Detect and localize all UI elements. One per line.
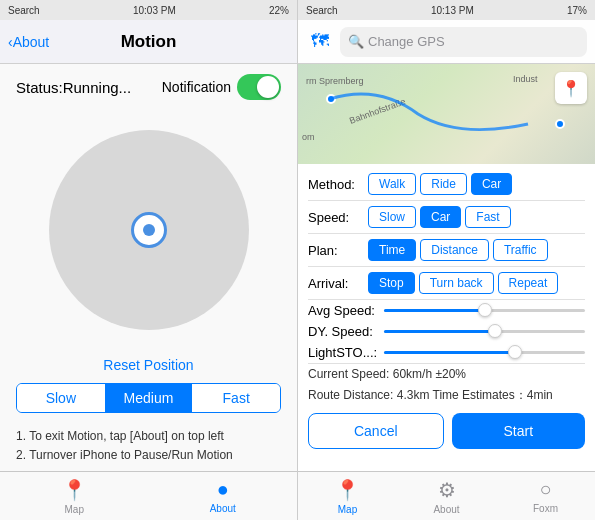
back-label: About — [13, 34, 50, 50]
joystick-area — [0, 110, 297, 351]
map-label-bahnhof: Bahnhofstraße — [348, 96, 407, 126]
tab-foxm-right[interactable]: ○ Foxm — [496, 472, 595, 520]
back-button[interactable]: ‹ About — [8, 34, 49, 50]
lightsto-fill — [384, 351, 515, 354]
arrival-turnback-button[interactable]: Turn back — [419, 272, 494, 294]
current-speed-row: Current Speed: 60km/h ±20% — [298, 364, 595, 384]
foxm-tab-right-icon: ○ — [539, 478, 551, 501]
route-distance-row: Route Distance: 4.3km Time Estimates：4mi… — [298, 384, 595, 407]
instructions: 1. To exit Motion, tap [About] on top le… — [0, 421, 297, 471]
map-nav-icon[interactable]: 🗺 — [306, 28, 334, 56]
nav-bar-left: ‹ About Motion — [0, 20, 297, 64]
joystick-dot — [143, 224, 155, 236]
status-bar-right: Search 10:13 PM 17% — [298, 0, 595, 20]
carrier-left: Search — [8, 5, 40, 16]
tab-map-left[interactable]: 📍 Map — [0, 472, 149, 520]
method-car-button[interactable]: Car — [471, 173, 512, 195]
about-tab-icon: ● — [217, 478, 229, 501]
instruction-2: 2. Turnover iPhone to Pause/Run Motion — [16, 446, 281, 465]
foxm-tab-right-label: Foxm — [533, 503, 558, 514]
speed-slow-right-button[interactable]: Slow — [368, 206, 416, 228]
left-panel: Search 10:03 PM 22% ‹ About Motion Statu… — [0, 0, 298, 520]
about-tab-right-label: About — [433, 504, 459, 515]
plan-label: Plan: — [308, 243, 368, 258]
speed-label: Speed: — [308, 210, 368, 225]
location-icon: 📍 — [561, 79, 581, 98]
map-label-om: om — [302, 132, 315, 142]
joystick-inner[interactable] — [131, 212, 167, 248]
dyspeed-thumb[interactable] — [488, 324, 502, 338]
speed-medium-button[interactable]: Medium — [105, 384, 193, 412]
arrival-stop-button[interactable]: Stop — [368, 272, 415, 294]
avgspeed-track — [384, 309, 585, 312]
plan-btn-group: Time Distance Traffic — [368, 239, 548, 261]
arrival-repeat-button[interactable]: Repeat — [498, 272, 559, 294]
gps-search-placeholder: Change GPS — [368, 34, 445, 49]
lightsto-track — [384, 351, 585, 354]
plan-time-button[interactable]: Time — [368, 239, 416, 261]
time-estimates-text: Time Estimates：4min — [433, 388, 553, 402]
speed-fast-right-button[interactable]: Fast — [465, 206, 510, 228]
speed-fast-button[interactable]: Fast — [192, 384, 280, 412]
map-tab-label: Map — [65, 504, 84, 515]
avgspeed-thumb[interactable] — [478, 303, 492, 317]
reset-position-button[interactable]: Reset Position — [0, 351, 297, 379]
avgspeed-row: Avg Speed: — [298, 300, 595, 321]
notification-row: Notification — [162, 74, 281, 100]
speed-slow-button[interactable]: Slow — [17, 384, 105, 412]
speed-button-group: Slow Medium Fast — [16, 383, 281, 413]
map-background[interactable]: rm Spremberg Bahnhofstraße Indust om 📍 — [298, 64, 595, 164]
tab-bar-left: 📍 Map ● About — [0, 471, 297, 520]
method-btn-group: Walk Ride Car — [368, 173, 512, 195]
nav-title: Motion — [121, 32, 177, 52]
joystick-circle[interactable] — [49, 130, 249, 330]
battery-right: 17% — [567, 5, 587, 16]
arrival-btn-group: Stop Turn back Repeat — [368, 272, 558, 294]
avgspeed-fill — [384, 309, 485, 312]
notification-label: Notification — [162, 79, 231, 95]
notification-toggle[interactable] — [237, 74, 281, 100]
tab-about-left[interactable]: ● About — [149, 472, 298, 520]
lightsto-thumb[interactable] — [508, 345, 522, 359]
instruction-1: 1. To exit Motion, tap [About] on top le… — [16, 427, 281, 446]
method-ride-button[interactable]: Ride — [420, 173, 467, 195]
map-label-spremberg: rm Spremberg — [306, 76, 364, 86]
tab-map-right[interactable]: 📍 Map — [298, 472, 397, 520]
status-text: Status:Running... — [16, 79, 131, 96]
lightsto-label: LightSTO...: — [308, 345, 378, 360]
search-icon: 🔍 — [348, 34, 364, 49]
right-panel: Search 10:13 PM 17% 🗺 🔍 Change GPS rm Sp… — [298, 0, 595, 520]
start-button[interactable]: Start — [452, 413, 586, 449]
plan-row: Plan: Time Distance Traffic — [298, 234, 595, 266]
avgspeed-label: Avg Speed: — [308, 303, 378, 318]
gps-search-bar[interactable]: 🔍 Change GPS — [340, 27, 587, 57]
dyspeed-row: DY. Speed: — [298, 321, 595, 342]
route-distance-text: Route Distance: 4.3km — [308, 388, 429, 402]
action-buttons: Cancel Start — [298, 407, 595, 455]
carrier-right: Search — [306, 5, 338, 16]
battery-left: 22% — [269, 5, 289, 16]
status-bar-left: Search 10:03 PM 22% — [0, 0, 297, 20]
method-row: Method: Walk Ride Car — [298, 168, 595, 200]
time-right: 10:13 PM — [431, 5, 474, 16]
plan-distance-button[interactable]: Distance — [420, 239, 489, 261]
speed-row: Speed: Slow Car Fast — [298, 201, 595, 233]
settings-panel: Method: Walk Ride Car Speed: Slow Car Fa… — [298, 164, 595, 471]
tab-about-right[interactable]: ⚙ About — [397, 472, 496, 520]
arrival-row: Arrival: Stop Turn back Repeat — [298, 267, 595, 299]
method-label: Method: — [308, 177, 368, 192]
cancel-button[interactable]: Cancel — [308, 413, 444, 449]
speed-btn-group: Slow Car Fast — [368, 206, 511, 228]
map-tab-right-label: Map — [338, 504, 357, 515]
plan-traffic-button[interactable]: Traffic — [493, 239, 548, 261]
map-tab-icon: 📍 — [62, 478, 87, 502]
method-walk-button[interactable]: Walk — [368, 173, 416, 195]
nav-bar-right: 🗺 🔍 Change GPS — [298, 20, 595, 64]
map-label-indust: Indust — [513, 74, 538, 84]
lightsto-row: LightSTO...: — [298, 342, 595, 363]
dyspeed-label: DY. Speed: — [308, 324, 378, 339]
status-row: Status:Running... Notification — [0, 64, 297, 110]
arrival-label: Arrival: — [308, 276, 368, 291]
map-location-button[interactable]: 📍 — [555, 72, 587, 104]
speed-car-button[interactable]: Car — [420, 206, 461, 228]
